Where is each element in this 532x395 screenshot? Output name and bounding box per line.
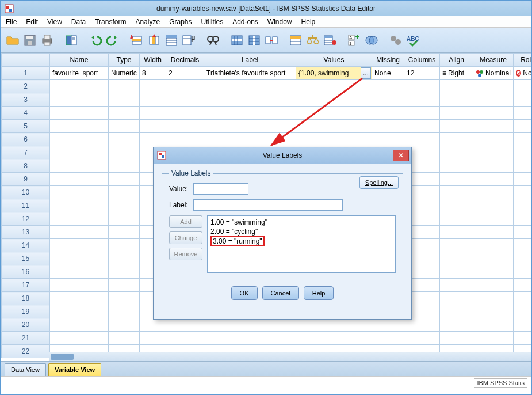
row-number[interactable]: 6 bbox=[2, 133, 50, 146]
insert-case-icon[interactable] bbox=[229, 32, 245, 48]
empty-cell[interactable] bbox=[140, 107, 166, 120]
undo-icon[interactable] bbox=[87, 32, 104, 48]
col-columns[interactable]: Columns bbox=[404, 54, 440, 67]
menu-file[interactable]: File bbox=[6, 18, 17, 26]
row-number[interactable]: 7 bbox=[2, 146, 50, 159]
empty-cell[interactable] bbox=[372, 332, 404, 345]
empty-cell[interactable] bbox=[50, 146, 109, 159]
cell-name[interactable]: favourite_sport bbox=[50, 67, 109, 80]
show-all-icon[interactable] bbox=[363, 32, 380, 48]
empty-cell[interactable] bbox=[440, 212, 473, 226]
empty-cell[interactable] bbox=[204, 120, 296, 133]
empty-cell[interactable] bbox=[166, 107, 204, 120]
empty-cell[interactable] bbox=[440, 265, 473, 279]
goto-variable-icon[interactable] bbox=[146, 32, 162, 48]
empty-cell[interactable] bbox=[440, 332, 473, 345]
ok-button[interactable]: OK bbox=[231, 286, 258, 300]
empty-cell[interactable] bbox=[514, 292, 531, 305]
cell-align[interactable]: ≡Right bbox=[440, 67, 473, 80]
empty-cell[interactable] bbox=[296, 80, 372, 93]
horizontal-scrollbar[interactable] bbox=[49, 352, 531, 361]
empty-cell[interactable] bbox=[109, 120, 140, 133]
value-labels-list[interactable]: 1.00 = "swimming"2.00 = "cycling"3.00 = … bbox=[207, 215, 396, 273]
col-align[interactable]: Align bbox=[440, 54, 473, 67]
values-ellipsis-button[interactable]: ... bbox=[361, 67, 371, 79]
empty-cell[interactable] bbox=[50, 133, 109, 146]
col-name[interactable]: Name bbox=[50, 54, 109, 67]
empty-cell[interactable] bbox=[404, 80, 440, 93]
empty-cell[interactable] bbox=[473, 292, 514, 305]
empty-cell[interactable] bbox=[204, 107, 296, 120]
empty-cell[interactable] bbox=[109, 107, 140, 120]
empty-cell[interactable] bbox=[140, 133, 166, 146]
empty-cell[interactable] bbox=[50, 173, 109, 186]
empty-cell[interactable] bbox=[473, 239, 514, 252]
empty-cell[interactable] bbox=[473, 80, 514, 93]
cancel-button[interactable]: Cancel bbox=[262, 286, 299, 300]
empty-cell[interactable] bbox=[204, 93, 296, 107]
label-input[interactable] bbox=[193, 199, 343, 211]
close-icon[interactable]: ✕ bbox=[393, 150, 409, 161]
empty-cell[interactable] bbox=[372, 80, 404, 93]
empty-cell[interactable] bbox=[473, 120, 514, 133]
empty-cell[interactable] bbox=[50, 292, 109, 305]
empty-cell[interactable] bbox=[109, 279, 140, 292]
empty-cell[interactable] bbox=[514, 93, 531, 107]
empty-cell[interactable] bbox=[514, 80, 531, 93]
empty-cell[interactable] bbox=[50, 265, 109, 279]
empty-cell[interactable] bbox=[440, 305, 473, 318]
empty-cell[interactable] bbox=[50, 305, 109, 318]
spelling-button[interactable]: Spelling... bbox=[359, 176, 399, 189]
empty-cell[interactable] bbox=[50, 239, 109, 252]
empty-cell[interactable] bbox=[514, 107, 531, 120]
empty-cell[interactable] bbox=[473, 133, 514, 146]
empty-cell[interactable] bbox=[296, 120, 372, 133]
empty-cell[interactable] bbox=[109, 146, 140, 159]
empty-cell[interactable] bbox=[440, 318, 473, 332]
empty-cell[interactable] bbox=[514, 186, 531, 199]
empty-cell[interactable] bbox=[109, 133, 140, 146]
empty-cell[interactable] bbox=[514, 199, 531, 212]
cell-columns[interactable]: 12 bbox=[404, 67, 440, 80]
empty-cell[interactable] bbox=[140, 80, 166, 93]
menu-edit[interactable]: Edit bbox=[26, 18, 38, 26]
row-number[interactable]: 11 bbox=[2, 199, 50, 212]
variables-icon[interactable] bbox=[163, 32, 179, 48]
empty-cell[interactable] bbox=[514, 318, 531, 332]
empty-cell[interactable] bbox=[473, 186, 514, 199]
empty-cell[interactable] bbox=[514, 226, 531, 239]
empty-cell[interactable] bbox=[440, 226, 473, 239]
row-number[interactable]: 8 bbox=[2, 159, 50, 173]
change-button[interactable]: Change bbox=[169, 231, 202, 244]
save-icon[interactable] bbox=[22, 32, 38, 48]
cell-width[interactable]: 8 bbox=[140, 67, 166, 80]
empty-cell[interactable] bbox=[514, 173, 531, 186]
empty-cell[interactable] bbox=[50, 226, 109, 239]
empty-cell[interactable] bbox=[109, 332, 140, 345]
empty-cell[interactable] bbox=[50, 318, 109, 332]
empty-cell[interactable] bbox=[404, 93, 440, 107]
empty-cell[interactable] bbox=[514, 120, 531, 133]
menu-view[interactable]: View bbox=[47, 18, 62, 26]
menu-graphs[interactable]: Graphs bbox=[169, 18, 192, 26]
empty-cell[interactable] bbox=[473, 279, 514, 292]
row-number[interactable]: 4 bbox=[2, 107, 50, 120]
empty-cell[interactable] bbox=[296, 332, 372, 345]
help-button[interactable]: Help bbox=[304, 286, 334, 300]
find-icon[interactable] bbox=[205, 32, 221, 48]
cell-values[interactable]: {1.00, swimming... bbox=[296, 67, 372, 80]
empty-cell[interactable] bbox=[440, 107, 473, 120]
menu-utilities[interactable]: Utilities bbox=[201, 18, 223, 26]
row-number[interactable]: 3 bbox=[2, 93, 50, 107]
empty-cell[interactable] bbox=[109, 80, 140, 93]
row-number[interactable]: 21 bbox=[2, 332, 50, 345]
empty-cell[interactable] bbox=[140, 318, 166, 332]
empty-cell[interactable] bbox=[109, 93, 140, 107]
row-number[interactable]: 12 bbox=[2, 212, 50, 226]
empty-cell[interactable] bbox=[204, 80, 296, 93]
empty-cell[interactable] bbox=[473, 265, 514, 279]
empty-cell[interactable] bbox=[296, 133, 372, 146]
empty-cell[interactable] bbox=[109, 226, 140, 239]
add-button[interactable]: Add bbox=[169, 215, 202, 228]
empty-cell[interactable] bbox=[296, 318, 372, 332]
